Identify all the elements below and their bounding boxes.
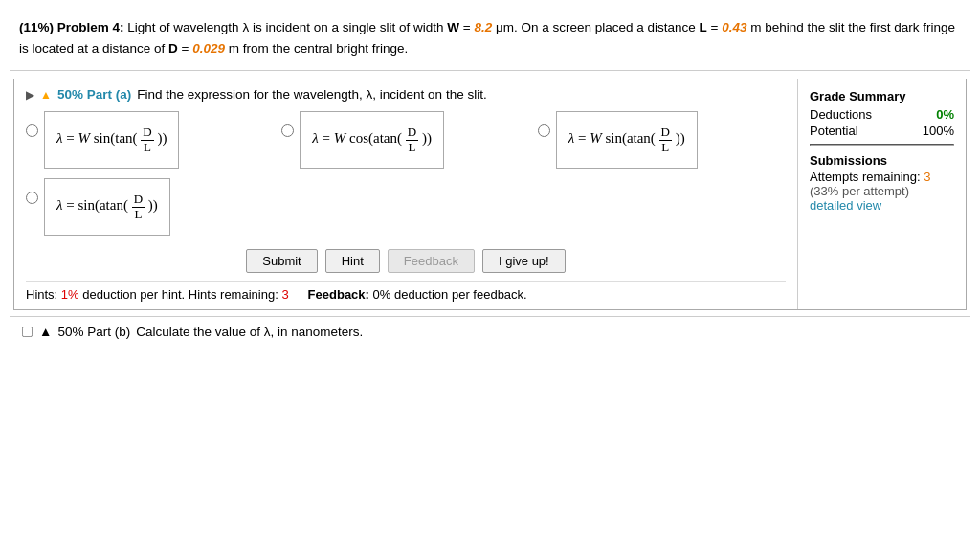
choice-1-radio[interactable] xyxy=(26,124,38,137)
grade-summary-title: Grade Summary xyxy=(810,89,954,103)
choice-4: λ = sin(atan( DL )) xyxy=(26,178,786,236)
hints-remaining-link[interactable]: 3 xyxy=(281,287,288,302)
potential-value: 100% xyxy=(923,124,954,138)
part-a-label: 50% Part (a) xyxy=(57,87,131,102)
choice-3: λ = W sin(atan( DL )) xyxy=(538,111,786,169)
w-label: W xyxy=(447,20,459,34)
play-icon: ▶ xyxy=(26,88,34,102)
feedback-button: Feedback xyxy=(388,249,475,273)
potential-label: Potential xyxy=(810,124,858,138)
buttons-row: Submit Hint Feedback I give up! xyxy=(26,249,786,273)
choice-1: λ = W sin(tan( DL )) xyxy=(26,111,274,169)
hint-button[interactable]: Hint xyxy=(325,249,380,273)
choice-3-radio[interactable] xyxy=(538,124,550,137)
deductions-value: 0% xyxy=(936,107,954,122)
problem-header: (11%) Problem 4: xyxy=(19,20,124,34)
l-value: 0.43 xyxy=(722,20,746,34)
main-section: ▶ ▲ 50% Part (a) Find the expression for… xyxy=(13,79,967,310)
choice-4-radio[interactable] xyxy=(26,192,38,204)
choice-4-box[interactable]: λ = sin(atan( DL )) xyxy=(44,178,170,236)
part-b-label: 50% Part (b) xyxy=(57,325,130,339)
deductions-label: Deductions xyxy=(810,107,872,122)
part-b-question: Calculate the value of λ, in nanometers. xyxy=(136,325,363,339)
per-attempt: (33% per attempt) xyxy=(810,184,954,198)
attempts-row: Attempts remaining: 3 xyxy=(810,169,954,184)
w-value: 8.2 xyxy=(474,20,492,34)
submit-button[interactable]: Submit xyxy=(246,249,317,273)
hints-feedback-row: Hints: 1% deduction per hint. Hints rema… xyxy=(26,281,786,302)
left-panel: ▶ ▲ 50% Part (a) Find the expression for… xyxy=(14,79,798,309)
warning-icon: ▲ xyxy=(40,88,52,102)
part-b-checkbox[interactable] xyxy=(22,327,33,337)
potential-row: Potential 100% xyxy=(810,124,954,138)
choice-2-radio[interactable] xyxy=(281,124,294,137)
choices-grid: λ = W sin(tan( DL )) λ = W cos(atan( DL … xyxy=(26,111,786,169)
choice-2: λ = W cos(atan( DL )) xyxy=(281,111,529,169)
part-a-header: ▶ ▲ 50% Part (a) Find the expression for… xyxy=(26,87,786,102)
hints-text: Hints: 1% deduction per hint. Hints rema… xyxy=(26,287,289,302)
main-container: (11%) Problem 4: Light of wavelength λ i… xyxy=(0,0,980,542)
hints-pct-link[interactable]: 1% xyxy=(61,287,79,302)
problem-text1: Light of wavelength λ is incident on a s… xyxy=(127,20,447,34)
choice-1-box[interactable]: λ = W sin(tan( DL )) xyxy=(44,111,179,169)
problem-text: (11%) Problem 4: Light of wavelength λ i… xyxy=(10,10,970,71)
part-b-warning-icon: ▲ xyxy=(39,325,52,339)
attempts-link[interactable]: 3 xyxy=(924,169,930,184)
choice-2-box[interactable]: λ = W cos(atan( DL )) xyxy=(300,111,444,169)
part-b-section: ▲ 50% Part (b) Calculate the value of λ,… xyxy=(10,316,970,343)
d-value: 0.029 xyxy=(192,41,225,56)
feedback-text: Feedback: 0% deduction per feedback. xyxy=(308,287,527,302)
detailed-view-link[interactable]: detailed view xyxy=(810,198,881,213)
give-up-button[interactable]: I give up! xyxy=(482,249,566,273)
deductions-row: Deductions 0% xyxy=(810,107,954,122)
submissions-title: Submissions xyxy=(810,153,954,168)
part-a-question: Find the expression for the wavelength, … xyxy=(137,87,486,102)
choice-3-box[interactable]: λ = W sin(atan( DL )) xyxy=(556,111,698,169)
right-panel: Grade Summary Deductions 0% Potential 10… xyxy=(798,79,966,309)
